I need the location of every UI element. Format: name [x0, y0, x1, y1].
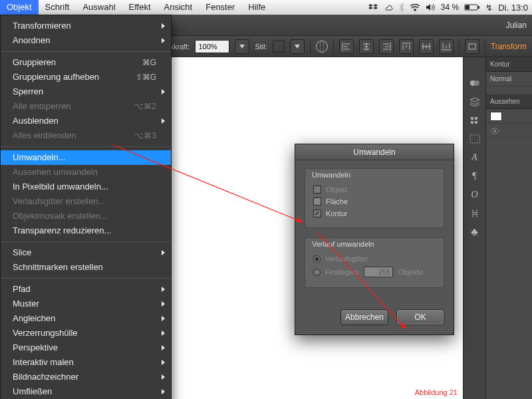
align-bottom-icon[interactable] — [439, 39, 454, 54]
menu-objekt[interactable]: Objekt — [0, 0, 39, 15]
brushes-icon[interactable] — [468, 114, 481, 126]
menu-schrift[interactable]: Schrift — [39, 0, 76, 15]
menu-hilfe[interactable]: Hilfe — [241, 0, 272, 15]
battery-charging-icon: ↯ — [485, 3, 493, 13]
align-vcenter-icon[interactable] — [419, 39, 434, 54]
transform-link[interactable]: Transform — [491, 42, 527, 51]
menu-item-transformieren[interactable]: Transformieren — [1, 19, 171, 33]
mac-menubar: Objekt Schrift Auswahl Effekt Ansicht Fe… — [0, 0, 532, 15]
menu-item-slice[interactable]: Slice — [1, 245, 171, 260]
svg-rect-3 — [478, 6, 479, 9]
menu-ansicht[interactable]: Ansicht — [158, 0, 200, 15]
panel-tab-stroke[interactable]: Kontur — [486, 57, 532, 72]
wifi-icon[interactable] — [410, 4, 420, 11]
blend-mode-row[interactable]: Normal — [486, 72, 532, 86]
paragraph-icon[interactable]: ¶ — [468, 170, 481, 182]
menu-item-transparenz-reduzieren[interactable]: Transparenz reduzieren... — [1, 223, 171, 238]
appearance-swatch-row[interactable] — [486, 109, 532, 124]
menu-item-bildnachzeichner[interactable]: Bildnachzeichner — [1, 370, 171, 384]
align-top-icon[interactable] — [399, 39, 414, 54]
objekt-dropdown-menu: TransformierenAnordnenGruppieren⌘GGruppi… — [0, 15, 172, 399]
fill-swatch[interactable] — [490, 112, 502, 121]
menu-item-perspektive[interactable]: Perspektive — [1, 340, 171, 355]
bluetooth-icon[interactable] — [399, 3, 404, 12]
expand-fill-row[interactable]: Fläche — [313, 196, 436, 207]
expand-stroke-row[interactable]: Kontur — [313, 207, 436, 219]
menu-auswahl[interactable]: Auswahl — [76, 0, 122, 15]
opacity-field[interactable]: 100% — [195, 40, 229, 53]
cloud-icon[interactable] — [383, 4, 394, 11]
opacity-dropdown-icon[interactable] — [235, 39, 249, 54]
svg-point-13 — [493, 130, 496, 132]
menu-item-in-pixelbild-umwandeln[interactable]: In Pixelbild umwandeln... — [1, 180, 171, 194]
style-label: Stil: — [255, 43, 267, 51]
menu-item-ausblenden[interactable]: Ausblenden — [1, 114, 171, 128]
right-dock: Kontur Normal Aussehen — [485, 57, 532, 399]
svg-rect-9 — [471, 121, 473, 124]
gradient-mesh-row: Verlaufsgitter — [313, 253, 436, 265]
cancel-button[interactable]: Abbrechen — [340, 309, 388, 325]
document-setup-icon[interactable] — [316, 41, 328, 53]
menu-item-sperren[interactable]: Sperren — [1, 84, 171, 99]
artboards-icon[interactable] — [468, 133, 481, 145]
menubar-menus: Objekt Schrift Auswahl Effekt Ansicht Fe… — [0, 0, 272, 15]
menubar-clock[interactable]: Di. 13:0 — [498, 3, 528, 13]
align-right-icon[interactable] — [379, 39, 394, 54]
ok-button[interactable]: OK — [396, 309, 444, 325]
layers-icon[interactable] — [468, 96, 481, 108]
menu-item-label: Alles einblenden — [13, 130, 134, 142]
menu-item-label: Objektmosaik erstellen... — [13, 210, 156, 222]
battery-icon[interactable] — [464, 3, 480, 11]
eye-icon — [490, 128, 499, 134]
separator — [459, 39, 460, 54]
align-hcenter-icon[interactable] — [359, 39, 374, 54]
menu-item-pfad[interactable]: Pfad — [1, 282, 171, 297]
menu-item-umwandeln[interactable]: Umwandeln... — [1, 150, 171, 165]
menu-item-interaktiv-malen[interactable]: Interaktiv malen — [1, 355, 171, 370]
document-title: Julian — [506, 21, 527, 30]
menu-item-shortcut: ⌘G — [142, 57, 156, 68]
volume-icon[interactable] — [426, 3, 436, 11]
type-icon[interactable]: A — [468, 152, 481, 164]
expand-group: Umwandeln Objekt Fläche Kontur — [305, 168, 444, 228]
menu-fenster[interactable]: Fenster — [199, 0, 241, 15]
menu-item-umflie-en[interactable]: Umfließen — [1, 384, 171, 399]
panel-tab-appearance[interactable]: Aussehen — [486, 94, 532, 109]
style-swatch[interactable] — [273, 41, 285, 53]
menu-item-schnittmarken-erstellen[interactable]: Schnittmarken erstellen — [1, 260, 171, 275]
isolate-icon[interactable] — [465, 39, 479, 54]
appearance-eye-row[interactable] — [486, 124, 532, 138]
align-left-icon[interactable] — [339, 39, 354, 54]
menu-item-objektmosaik-erstellen: Objektmosaik erstellen... — [1, 209, 171, 223]
gradient-mesh-radio — [313, 255, 321, 263]
expand-fill-label: Fläche — [326, 198, 348, 205]
menu-item-verzerrungsh-lle[interactable]: Verzerrungshülle — [1, 326, 171, 340]
collapsed-panel-rail: A ¶ O ♣ — [463, 57, 485, 399]
menu-item-shortcut: ⌥⌘3 — [134, 130, 156, 142]
menu-item-label: Slice — [13, 247, 156, 259]
expand-fill-checkbox[interactable] — [313, 198, 321, 205]
dialog-title: Umwandeln — [295, 144, 454, 160]
menu-item-anordnen[interactable]: Anordnen — [1, 33, 171, 48]
dropbox-icon[interactable] — [368, 3, 378, 11]
gradient-specify-radio — [313, 269, 321, 276]
menubar-status: 34 % ↯ Di. 13:0 — [364, 0, 532, 15]
link-icon[interactable] — [468, 207, 481, 219]
menu-item-verlaufsgitter-erstellen: Verlaufsgitter erstellen... — [1, 194, 171, 209]
menu-effekt[interactable]: Effekt — [122, 0, 158, 15]
gradient-specify-field: 255 — [364, 267, 393, 277]
menu-item-aussehen-umwandeln: Aussehen umwandeln — [1, 165, 171, 180]
menu-item-gruppierung-aufheben[interactable]: Gruppierung aufheben⇧⌘G — [1, 70, 171, 84]
menu-item-angleichen[interactable]: Angleichen — [1, 311, 171, 326]
battery-percentage: 34 % — [441, 3, 459, 12]
ellipse-icon[interactable]: O — [468, 189, 481, 201]
swatches-icon[interactable] — [468, 77, 481, 89]
style-dropdown-icon[interactable] — [290, 39, 305, 54]
symbols-icon[interactable]: ♣ — [468, 226, 481, 238]
menu-item-label: Gruppierung aufheben — [13, 71, 136, 83]
expand-stroke-checkbox[interactable] — [313, 209, 321, 217]
menu-item-muster[interactable]: Muster — [1, 297, 171, 311]
menu-item-gruppieren[interactable]: Gruppieren⌘G — [1, 55, 171, 70]
separator — [310, 39, 311, 54]
menu-item-shortcut: ⇧⌘G — [136, 71, 156, 83]
